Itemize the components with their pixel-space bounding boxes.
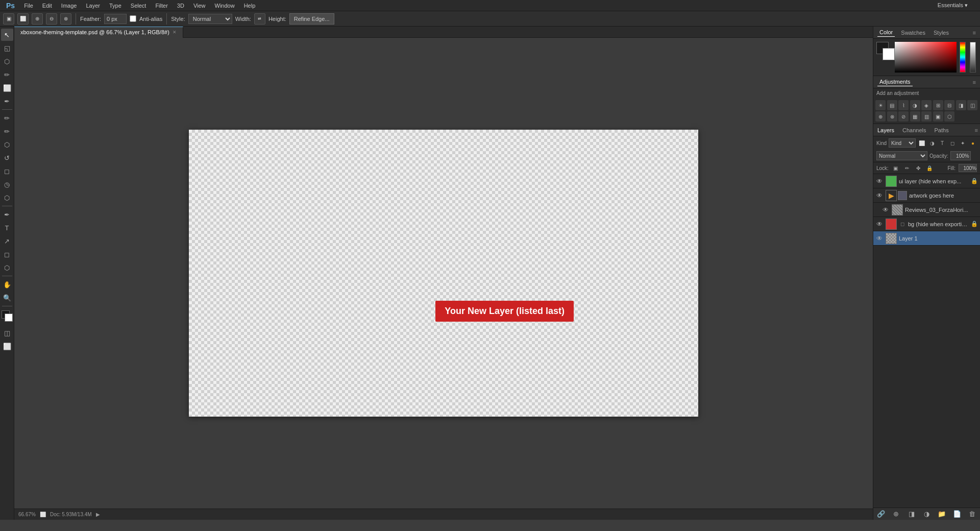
essentials-dropdown[interactable]: Essentials ▾ bbox=[934, 0, 972, 11]
posterize-adj[interactable]: ▦ bbox=[910, 111, 920, 122]
fill-input[interactable] bbox=[959, 164, 977, 172]
layer-row-bg[interactable]: 👁 ◻ bg (hide when exporting) 🔒 bbox=[873, 217, 980, 231]
history-brush-tool[interactable]: ↺ bbox=[1, 152, 13, 164]
new-selection-btn[interactable]: ⬜ bbox=[17, 13, 29, 25]
adjustments-tab[interactable]: Adjustments bbox=[877, 78, 913, 86]
delete-layer-btn[interactable]: 🗑 bbox=[967, 509, 977, 519]
adjustment-filter-btn[interactable]: ◑ bbox=[928, 139, 936, 147]
marquee-tool-options[interactable]: ▣ bbox=[3, 13, 14, 25]
color-tab[interactable]: Color bbox=[877, 28, 895, 37]
layer-row-layer1[interactable]: 👁 Layer 1 bbox=[873, 231, 980, 246]
document-tab[interactable]: xboxone-theming-template.psd @ 66.7% (La… bbox=[14, 27, 183, 38]
filter-toggle[interactable]: ● bbox=[969, 139, 977, 147]
bw-adj[interactable]: ◨ bbox=[956, 100, 966, 110]
photo-filter-adj[interactable]: ◫ bbox=[967, 100, 977, 110]
blend-mode-select[interactable]: Normal bbox=[876, 151, 927, 160]
lock-all-btn[interactable]: 🔒 bbox=[925, 164, 934, 172]
menu-edit[interactable]: Edit bbox=[38, 2, 56, 10]
text-tool[interactable]: T bbox=[1, 222, 13, 234]
layer-row-artwork[interactable]: 👁 ▶ artwork goes here bbox=[873, 188, 980, 203]
move-tool[interactable]: ↖ bbox=[1, 29, 13, 41]
link-layers-btn[interactable]: 🔗 bbox=[876, 509, 886, 519]
new-layer-btn[interactable]: 📄 bbox=[952, 509, 962, 519]
vibrance-adj[interactable]: ◈ bbox=[921, 100, 932, 110]
brightness-contrast-adj[interactable]: ☀ bbox=[875, 100, 886, 110]
smart-filter-btn[interactable]: ✦ bbox=[959, 139, 967, 147]
swap-dimensions-btn[interactable]: ⇄ bbox=[254, 13, 265, 25]
menu-view[interactable]: View bbox=[189, 2, 210, 10]
layers-panel-collapse[interactable]: ≡ bbox=[973, 125, 980, 135]
background-color[interactable] bbox=[5, 313, 13, 322]
add-selection-btn[interactable]: ⊕ bbox=[32, 13, 43, 25]
new-adjustment-btn[interactable]: ◑ bbox=[921, 509, 932, 519]
menu-image[interactable]: Image bbox=[57, 2, 81, 10]
curves-adj[interactable]: ⌇ bbox=[898, 100, 909, 110]
marquee-tool[interactable]: ◱ bbox=[1, 42, 13, 54]
color-lookup-adj[interactable]: ⊗ bbox=[887, 111, 897, 122]
lock-transparent-btn[interactable]: ▣ bbox=[892, 164, 900, 172]
zoom-fit-icon[interactable]: ⬜ bbox=[40, 512, 46, 517]
eyedropper-tool[interactable]: ✒ bbox=[1, 95, 13, 107]
mask-mode-btn[interactable]: ◫ bbox=[1, 327, 13, 339]
layer-visibility-reviews[interactable]: 👁 bbox=[881, 206, 890, 214]
zoom-tool[interactable]: 🔍 bbox=[1, 292, 13, 304]
color-panel-collapse[interactable]: ≡ bbox=[973, 30, 976, 36]
lasso-tool[interactable]: ⬡ bbox=[1, 55, 13, 67]
intersect-selection-btn[interactable]: ⊗ bbox=[60, 13, 71, 25]
layer-visibility-layer1[interactable]: 👁 bbox=[875, 234, 884, 243]
threshold-adj[interactable]: ▥ bbox=[921, 111, 932, 122]
lock-position-btn[interactable]: ✤ bbox=[914, 164, 922, 172]
refine-edge-button[interactable]: Refine Edge... bbox=[289, 13, 334, 25]
quick-select-tool[interactable]: ✏ bbox=[1, 68, 13, 81]
menu-window[interactable]: Window bbox=[211, 2, 239, 10]
type-filter-btn[interactable]: T bbox=[938, 139, 946, 147]
color-balance-adj[interactable]: ⊟ bbox=[944, 100, 954, 110]
anti-alias-checkbox[interactable] bbox=[130, 15, 136, 22]
subtract-selection-btn[interactable]: ⊖ bbox=[46, 13, 57, 25]
eraser-tool[interactable]: ◻ bbox=[1, 165, 13, 177]
hsl-adj[interactable]: ⊞ bbox=[933, 100, 943, 110]
opacity-input[interactable] bbox=[950, 151, 971, 160]
channels-tab[interactable]: Channels bbox=[898, 125, 930, 135]
menu-3d[interactable]: 3D bbox=[173, 2, 188, 10]
add-mask-btn[interactable]: ◨ bbox=[906, 509, 917, 519]
paths-tab[interactable]: Paths bbox=[930, 125, 953, 135]
layer-visibility-ui[interactable]: 👁 bbox=[875, 177, 884, 185]
3d-tool[interactable]: ⬡ bbox=[1, 261, 13, 274]
opacity-slider[interactable] bbox=[970, 42, 976, 73]
path-selection-tool[interactable]: ↗ bbox=[1, 235, 13, 247]
shape-filter-btn[interactable]: ◻ bbox=[948, 139, 957, 147]
swatches-tab[interactable]: Swatches bbox=[899, 29, 927, 37]
feather-input[interactable] bbox=[104, 14, 127, 24]
pixel-filter-btn[interactable]: ⬜ bbox=[918, 139, 926, 147]
layer-row-reviews[interactable]: 👁 Reviews_03_ForzaHori... bbox=[873, 203, 980, 217]
styles-tab[interactable]: Styles bbox=[932, 29, 951, 37]
menu-filter[interactable]: Filter bbox=[151, 2, 172, 10]
screen-mode-btn[interactable]: ⬜ bbox=[1, 340, 13, 352]
invert-adj[interactable]: ⊘ bbox=[898, 111, 909, 122]
layer-row-ui[interactable]: 👁 ui layer (hide when exp... 🔒 bbox=[873, 174, 980, 188]
menu-select[interactable]: Select bbox=[127, 2, 151, 10]
layer-visibility-artwork[interactable]: 👁 bbox=[875, 191, 884, 200]
clone-tool[interactable]: ⬡ bbox=[1, 138, 13, 151]
menu-layer[interactable]: Layer bbox=[82, 2, 104, 10]
hue-slider[interactable] bbox=[960, 42, 966, 73]
shape-tool[interactable]: ◻ bbox=[1, 248, 13, 260]
adjustments-panel-collapse[interactable]: ≡ bbox=[973, 79, 976, 85]
selective-color-adj[interactable]: ⬡ bbox=[944, 111, 954, 122]
tab-close-btn[interactable]: ✕ bbox=[173, 30, 177, 35]
menu-help[interactable]: Help bbox=[240, 2, 260, 10]
style-select[interactable]: Normal Fixed Ratio Fixed Size bbox=[188, 14, 232, 24]
layer-visibility-bg[interactable]: 👁 bbox=[875, 220, 884, 228]
crop-tool[interactable]: ⬜ bbox=[1, 82, 13, 94]
lock-pixels-btn[interactable]: ✏ bbox=[903, 164, 911, 172]
new-group-btn[interactable]: 📁 bbox=[937, 509, 947, 519]
brush-tool[interactable]: ✏ bbox=[1, 125, 13, 137]
levels-adj[interactable]: ▤ bbox=[887, 100, 897, 110]
channel-mixer-adj[interactable]: ⊕ bbox=[875, 111, 886, 122]
color-spectrum[interactable] bbox=[895, 42, 957, 73]
gradient-map-adj[interactable]: ▣ bbox=[933, 111, 943, 122]
hand-tool[interactable]: ✋ bbox=[1, 278, 13, 291]
gradient-tool[interactable]: ◷ bbox=[1, 178, 13, 190]
canvas-viewport[interactable]: Your New Layer (listed last) bbox=[14, 38, 873, 509]
